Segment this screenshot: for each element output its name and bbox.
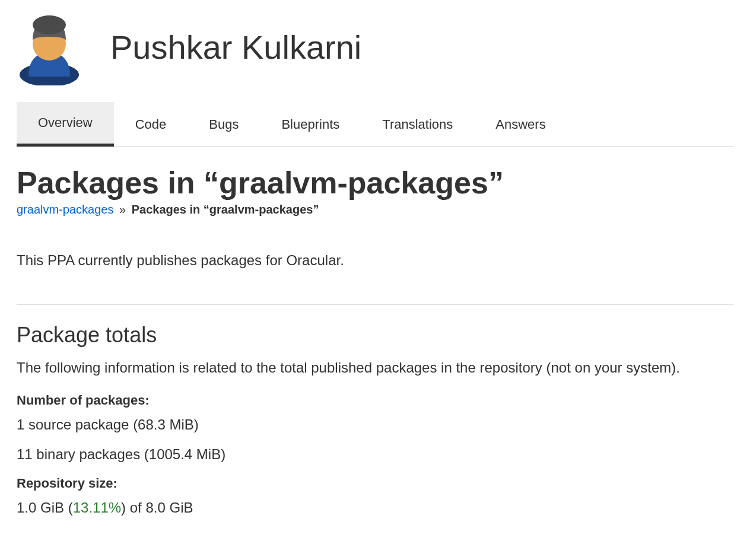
tab-code[interactable]: Code xyxy=(114,102,188,147)
main-tabs: Overview Code Bugs Blueprints Translatio… xyxy=(17,102,733,147)
repo-size-value: 1.0 GiB (13.11%) of 8.0 GiB xyxy=(17,499,733,516)
breadcrumb: graalvm-packages » Packages in “graalvm-… xyxy=(17,203,733,217)
package-totals-description: The following information is related to … xyxy=(17,359,733,376)
tab-translations[interactable]: Translations xyxy=(361,102,474,147)
repo-size-percent-link[interactable]: 13.11% xyxy=(73,499,121,516)
avatar xyxy=(17,8,82,85)
ppa-description: This PPA currently publishes packages fo… xyxy=(17,252,733,269)
repo-size-label: Repository size: xyxy=(17,476,733,491)
breadcrumb-separator: » xyxy=(119,203,126,216)
tab-blueprints[interactable]: Blueprints xyxy=(260,102,361,147)
binary-packages-value: 11 binary packages (1005.4 MiB) xyxy=(17,446,733,463)
svg-point-2 xyxy=(33,15,66,34)
repo-size-prefix: 1.0 GiB ( xyxy=(17,499,73,516)
breadcrumb-parent-link[interactable]: graalvm-packages xyxy=(17,203,113,216)
page-title: Packages in “graalvm-packages” xyxy=(17,165,733,201)
page-header: Pushkar Kulkarni xyxy=(17,8,733,85)
repo-size-suffix: ) of 8.0 GiB xyxy=(121,499,193,516)
tab-overview[interactable]: Overview xyxy=(17,102,114,147)
num-packages-label: Number of packages: xyxy=(17,393,733,408)
breadcrumb-current: Packages in “graalvm-packages” xyxy=(132,203,319,216)
person-name: Pushkar Kulkarni xyxy=(110,28,361,66)
tab-answers[interactable]: Answers xyxy=(474,102,567,147)
source-packages-value: 1 source package (68.3 MiB) xyxy=(17,416,733,433)
divider xyxy=(17,304,733,305)
person-avatar-icon xyxy=(17,8,82,85)
tab-bugs[interactable]: Bugs xyxy=(188,102,260,147)
package-totals-title: Package totals xyxy=(17,323,733,348)
